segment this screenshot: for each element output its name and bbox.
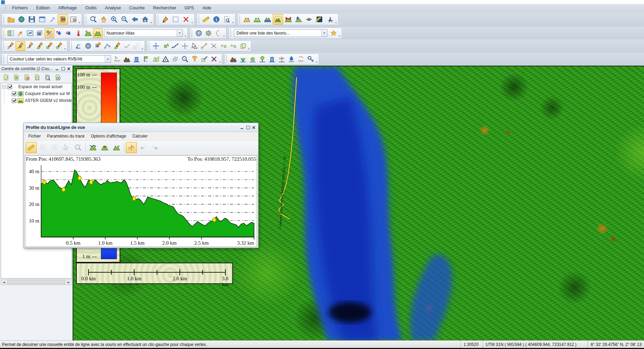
favorites-button[interactable] bbox=[329, 28, 338, 38]
toolbar-drag-handle[interactable] bbox=[226, 55, 227, 63]
select-points-button[interactable] bbox=[49, 142, 60, 153]
toolbar-drag-handle[interactable] bbox=[3, 29, 5, 37]
toolbar-drag-handle[interactable] bbox=[230, 29, 232, 37]
control-center-button[interactable] bbox=[58, 14, 68, 25]
toolbar-overflow-icon[interactable]: ▾ bbox=[64, 47, 66, 50]
close-layer-button[interactable] bbox=[21, 73, 32, 82]
cut-and-fill-button[interactable] bbox=[304, 14, 314, 25]
class-noise-button[interactable] bbox=[296, 54, 306, 64]
horizontal-scrollbar[interactable]: ◄ ► bbox=[1, 279, 72, 285]
terrain-marker-button[interactable] bbox=[99, 142, 110, 153]
snap-button[interactable] bbox=[190, 41, 199, 51]
minimize-button[interactable] bbox=[55, 67, 59, 71]
night-shader-button[interactable] bbox=[83, 28, 93, 38]
close-button[interactable] bbox=[66, 67, 71, 71]
lidar-zoom-button[interactable] bbox=[180, 54, 190, 64]
feature-info-button[interactable]: i bbox=[211, 14, 222, 25]
toolbar-drag-handle[interactable] bbox=[157, 15, 159, 23]
layer-checkbox[interactable] bbox=[8, 85, 12, 89]
search-layer-button[interactable] bbox=[42, 73, 53, 82]
control-center-titlebar[interactable]: Centre de contrôle (2 Cou... bbox=[0, 66, 73, 72]
swap-view-button[interactable] bbox=[25, 28, 35, 38]
raise-water-button[interactable] bbox=[54, 28, 64, 38]
water-temperature-button[interactable] bbox=[74, 28, 83, 38]
measure-button[interactable] bbox=[201, 14, 211, 25]
toolbar-overflow-icon[interactable]: ▾ bbox=[219, 60, 221, 64]
layer-tree-item[interactable]: ASTER GDEM v2 Worldw bbox=[1, 97, 72, 104]
select-features-button[interactable] bbox=[170, 14, 181, 25]
digitizer-button[interactable] bbox=[160, 14, 170, 25]
layer-checkbox[interactable] bbox=[12, 98, 16, 103]
online-settings-button[interactable] bbox=[204, 28, 213, 38]
zoom-out-button[interactable] bbox=[119, 14, 130, 25]
favorites-combo[interactable]: Définir une liste des favoris...▼ bbox=[234, 29, 327, 37]
menu-outils[interactable]: Outils bbox=[81, 4, 101, 11]
menu-fichiers[interactable]: Fichiers bbox=[8, 4, 32, 11]
full-view-button[interactable] bbox=[140, 14, 150, 25]
lidar-filter-button[interactable] bbox=[190, 54, 199, 64]
pan-button[interactable] bbox=[99, 14, 109, 25]
copy-features-button[interactable] bbox=[238, 41, 248, 51]
lidar-edit-button[interactable] bbox=[199, 54, 209, 64]
profile-settings-button[interactable] bbox=[111, 142, 122, 153]
chevron-down-icon[interactable]: ▼ bbox=[105, 56, 111, 63]
layer-options-button[interactable] bbox=[11, 73, 21, 82]
menu-edition[interactable]: Edition bbox=[32, 4, 54, 11]
draw-rectangle-button[interactable] bbox=[45, 41, 54, 51]
toolbar-drag-handle[interactable] bbox=[3, 15, 5, 23]
paint-area-button[interactable] bbox=[112, 41, 122, 51]
lidar-color-combo[interactable]: Couleur Lidar selon les valeurs RVB/Alt▼ bbox=[7, 55, 111, 63]
fit-profile-button[interactable] bbox=[126, 142, 137, 153]
lidar-points-button[interactable] bbox=[112, 54, 122, 64]
open-online-data-button[interactable] bbox=[16, 14, 27, 25]
previous-view-button[interactable] bbox=[130, 14, 140, 25]
select-region-button[interactable] bbox=[37, 142, 48, 153]
toolbar-drag-handle[interactable] bbox=[198, 15, 200, 23]
toolbar-drag-handle[interactable] bbox=[3, 55, 5, 63]
draw-area-button[interactable] bbox=[35, 41, 45, 51]
scroll-right-icon[interactable]: ► bbox=[66, 280, 72, 285]
class-building-button[interactable] bbox=[267, 54, 277, 64]
path-setup-button[interactable] bbox=[87, 142, 99, 153]
menu-affichage[interactable]: Affichage bbox=[54, 4, 81, 11]
walk-mode-button[interactable] bbox=[16, 28, 25, 38]
class-keypoint-button[interactable] bbox=[306, 54, 316, 64]
overview-window-button[interactable] bbox=[68, 14, 78, 25]
profile-close-button[interactable] bbox=[251, 125, 256, 130]
toolbar-overflow-icon[interactable]: ▾ bbox=[223, 35, 225, 38]
menu-rechercher[interactable]: Rechercher bbox=[149, 4, 180, 11]
pick-line-button[interactable] bbox=[73, 142, 84, 153]
maximize-button[interactable] bbox=[60, 67, 65, 71]
toolbar-overflow-icon[interactable]: ▾ bbox=[79, 21, 80, 24]
lidar-lines-button[interactable] bbox=[170, 54, 180, 64]
layer-tree-item[interactable]: Espace de travail actuel bbox=[1, 83, 72, 90]
toolbar-drag-handle[interactable] bbox=[3, 42, 5, 50]
watershed-button[interactable] bbox=[293, 14, 304, 25]
lower-water-button[interactable] bbox=[64, 28, 74, 38]
measure-path-button[interactable] bbox=[26, 142, 37, 153]
toolbar-drag-handle[interactable] bbox=[191, 29, 193, 37]
atlas-shader-button[interactable] bbox=[93, 28, 103, 38]
new-map-window-button[interactable] bbox=[37, 14, 47, 25]
toolbar-overflow-icon[interactable]: ▾ bbox=[339, 35, 340, 38]
toolbar-overflow-icon[interactable]: ▾ bbox=[142, 47, 143, 50]
toolbar-drag-handle[interactable] bbox=[85, 15, 87, 23]
toolbar-overflow-icon[interactable]: ▾ bbox=[151, 21, 152, 24]
profile-menu-param-tres-du-trac-[interactable]: Paramètres du tracé bbox=[44, 133, 88, 139]
fly-through-button[interactable] bbox=[325, 14, 335, 25]
layer-tree-item[interactable]: Coupure d'arteère sur M bbox=[1, 90, 72, 97]
zoom-tool-button[interactable] bbox=[88, 14, 99, 25]
draw-grid-button[interactable] bbox=[93, 41, 103, 51]
toolbar-overflow-icon[interactable]: ▾ bbox=[232, 21, 234, 24]
draw-point-button[interactable] bbox=[6, 41, 16, 51]
toolbar-drag-handle[interactable] bbox=[239, 15, 241, 23]
compare-shader-button[interactable] bbox=[45, 28, 54, 38]
viewshed-button[interactable] bbox=[283, 14, 293, 25]
shader-combo[interactable]: Nuanceur Atlas▼ bbox=[104, 29, 183, 37]
save-button[interactable] bbox=[27, 14, 37, 25]
multi-view-button[interactable] bbox=[6, 28, 16, 38]
chevron-down-icon[interactable]: ▼ bbox=[177, 30, 183, 37]
online-sources-button[interactable] bbox=[194, 28, 204, 38]
previous-segment-button[interactable] bbox=[138, 142, 149, 153]
view-3d-button[interactable]: 3D bbox=[35, 28, 45, 38]
